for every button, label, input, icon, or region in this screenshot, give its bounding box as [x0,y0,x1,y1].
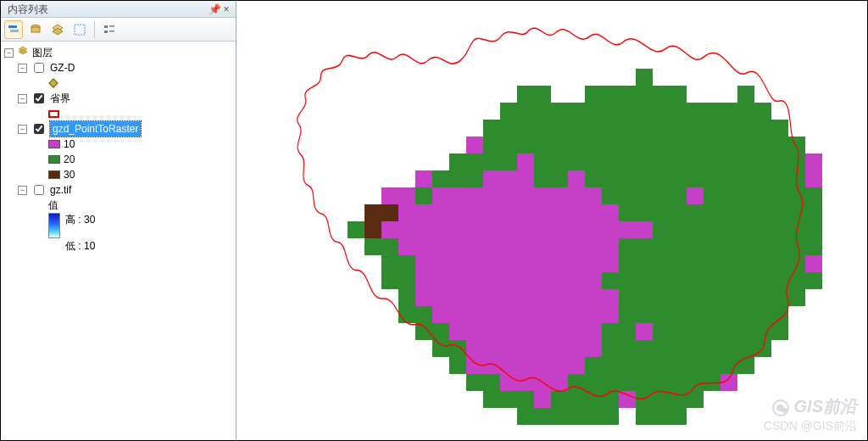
root-label: 图层 [32,45,53,60]
svg-rect-418 [568,408,585,425]
layer-label-selected: gzd_PointToRaster [50,121,141,137]
svg-rect-388 [500,374,517,391]
svg-rect-87 [687,154,704,170]
svg-rect-253 [381,272,398,289]
svg-rect-184 [551,221,568,238]
svg-rect-279 [398,289,415,306]
svg-rect-326 [415,323,432,340]
close-icon[interactable]: × [220,1,232,18]
svg-rect-75 [483,154,500,170]
layer-symbol-outline[interactable] [3,106,234,121]
layer-checkbox[interactable] [34,124,44,134]
layer-point-to-raster[interactable]: − gzd_PointToRaster [3,121,234,137]
svg-rect-130 [568,187,585,204]
svg-rect-252 [805,255,822,272]
svg-rect-37 [517,120,534,137]
svg-rect-374 [551,357,568,374]
svg-rect-15 [636,86,653,103]
list-by-drawing-order-icon[interactable] [4,20,23,39]
svg-rect-405 [534,391,551,408]
svg-rect-56 [517,137,534,154]
svg-rect-98 [466,170,483,187]
collapse-icon[interactable]: − [18,94,27,103]
layer-gz-tif[interactable]: − gz.tif [3,182,234,198]
svg-rect-296 [687,289,704,306]
svg-rect-349 [449,340,466,357]
layer-boundary[interactable]: − 省界 [3,91,234,106]
svg-rect-16 [653,86,670,103]
svg-rect-156 [551,204,568,221]
svg-rect-10 [517,86,534,103]
svg-rect-240 [602,255,619,272]
collapse-icon[interactable]: − [18,186,27,195]
stretch-title: 值 [48,198,58,213]
svg-rect-300 [754,289,771,306]
svg-rect-5 [104,25,108,28]
collapse-icon[interactable]: − [4,48,14,58]
svg-rect-118 [805,170,822,187]
svg-rect-182 [517,221,534,238]
svg-rect-419 [585,408,602,425]
class-row[interactable]: 10 [3,137,234,152]
stretch-high: 高 : 30 [65,213,95,227]
svg-rect-29 [670,103,687,120]
panel-header: 内容列表 📌 × [1,1,236,18]
layer-checkbox[interactable] [34,63,44,73]
svg-rect-105 [585,170,602,187]
svg-rect-229 [415,255,432,272]
svg-rect-310 [517,306,534,323]
map-canvas[interactable] [237,1,867,440]
svg-rect-329 [466,323,483,340]
list-by-visibility-icon[interactable] [48,20,67,39]
layer-checkbox[interactable] [34,93,44,103]
svg-rect-151 [466,204,483,221]
list-by-selection-icon[interactable] [70,20,89,39]
svg-rect-172 [348,221,364,238]
list-by-source-icon[interactable] [26,20,45,39]
svg-rect-131 [585,187,602,204]
svg-rect-57 [534,137,551,154]
svg-rect-238 [568,255,585,272]
svg-rect-334 [551,323,568,340]
svg-rect-247 [721,255,737,272]
svg-rect-204 [432,238,449,255]
options-icon[interactable] [100,20,119,39]
svg-rect-280 [415,289,432,306]
collapse-icon[interactable]: − [18,125,27,134]
svg-rect-108 [636,170,653,187]
tree-root[interactable]: − 图层 [3,45,234,60]
svg-rect-163 [670,204,687,221]
svg-rect-185 [568,221,585,238]
svg-rect-378 [619,357,636,374]
collapse-icon[interactable]: − [18,64,27,73]
svg-rect-398 [670,374,687,391]
svg-rect-42 [602,120,619,137]
svg-rect-407 [568,391,585,408]
svg-rect-399 [687,374,704,391]
svg-rect-316 [619,306,636,323]
layer-symbol-point[interactable] [3,75,234,91]
svg-rect-155 [534,204,551,221]
svg-rect-322 [721,306,737,323]
class-row[interactable]: 20 [3,152,234,167]
pin-icon[interactable]: 📌 [209,1,220,18]
svg-rect-218 [670,238,687,255]
svg-rect-354 [534,340,551,357]
svg-rect-317 [636,306,653,323]
svg-rect-223 [754,238,771,255]
svg-rect-53 [466,137,483,154]
svg-rect-277 [788,272,805,289]
class-row[interactable]: 30 [3,167,234,182]
svg-rect-232 [466,255,483,272]
svg-rect-395 [619,374,636,391]
svg-rect-391 [551,374,568,391]
svg-rect-226 [805,238,822,255]
layer-gz-d[interactable]: − GZ-D [3,60,234,75]
svg-rect-34 [754,103,771,120]
layer-checkbox[interactable] [34,185,44,195]
svg-rect-72 [788,137,805,154]
svg-rect-19 [500,103,517,120]
svg-rect-164 [687,204,704,221]
svg-rect-416 [534,408,551,425]
svg-rect-9 [636,69,653,86]
